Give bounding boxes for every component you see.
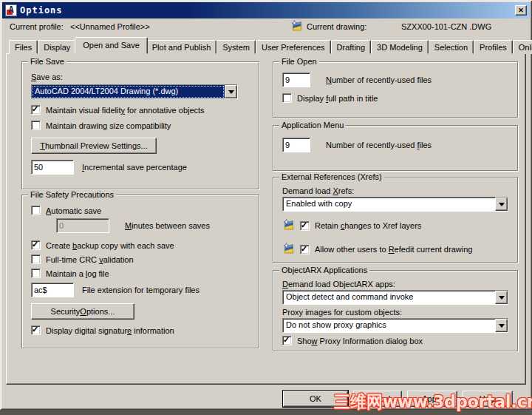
- file-save-group-title: File Save: [28, 57, 66, 66]
- show-proxy-info-label: Show Proxy Information dialog box: [297, 337, 423, 345]
- automatic-save-checkbox[interactable]: [31, 206, 41, 215]
- maintain-drawing-size-checkbox[interactable]: [31, 121, 41, 130]
- demand-load-arx-combo[interactable]: Object detect and command invoke: [282, 290, 508, 305]
- full-path-row: Display full path in title: [282, 93, 508, 103]
- log-file-checkbox[interactable]: [31, 269, 41, 278]
- fidelity-row: Maintain visual fidelity for annotative …: [31, 105, 250, 115]
- demand-load-xrefs-combo[interactable]: Enabled with copy: [282, 197, 508, 212]
- automatic-save-label: Automatic save: [46, 206, 101, 215]
- crc-row: Full-time CRC validation: [31, 254, 250, 264]
- maintain-visual-fidelity-checkbox[interactable]: [31, 105, 41, 115]
- show-proxy-info-checkbox[interactable]: [282, 336, 292, 345]
- digital-signature-checkbox[interactable]: [31, 325, 41, 335]
- tab-strip: FilesDisplayOpen and SavePlot and Publis…: [9, 37, 532, 54]
- objectarx-group: ObjectARX Applications Demand load Objec…: [273, 270, 518, 351]
- current-profile-label: Current profile:: [10, 22, 64, 31]
- recent-files-row: Number of recently-used files: [282, 72, 508, 87]
- tab-3d-modeling[interactable]: 3D Modeling: [371, 40, 429, 54]
- thumbnail-preview-settings-button[interactable]: Thumbnail Preview Settings...: [31, 138, 157, 154]
- app-menu-recent-input[interactable]: [282, 138, 310, 152]
- show-proxy-row: Show Proxy Information dialog box: [282, 336, 508, 345]
- full-path-label: Display full path in title: [297, 94, 378, 103]
- save-as-combo-value: AutoCAD 2004/LT2004 Drawing (*.dwg): [32, 85, 225, 98]
- tab-system[interactable]: System: [216, 40, 256, 54]
- tab-online[interactable]: Online: [513, 40, 532, 54]
- retain-xref-row: Retain changes to Xref layers: [282, 219, 508, 232]
- xrefs-group-title: External References (Xrefs): [279, 172, 384, 181]
- backup-row: Create backup copy with each save: [31, 240, 250, 250]
- allow-refedit-label: Allow other users to Refedit current dra…: [315, 245, 472, 254]
- app-menu-recent-label: Number of recently-used files: [326, 141, 432, 149]
- file-safety-group: File Safety Precautions Automatic save M…: [21, 195, 259, 348]
- current-drawing-label: Current drawing:: [307, 22, 366, 31]
- title-bar: A Options ✕: [2, 2, 530, 18]
- tab-open-and-save[interactable]: Open and Save: [75, 37, 147, 54]
- minutes-row: Minutes between saves: [56, 218, 250, 233]
- profile-row: Current profile: <<Unnamed Profile>> Cur…: [2, 18, 530, 36]
- digital-signature-label: Display digital signature information: [46, 326, 174, 335]
- incremental-save-row: Incremental save percentage: [31, 160, 250, 175]
- options-dialog: A Options ✕ Current profile: <<Unnamed P…: [0, 0, 532, 410]
- security-options-button[interactable]: Security Options...: [31, 303, 134, 320]
- retain-xref-layers-checkbox[interactable]: [300, 221, 310, 231]
- apply-button[interactable]: Apply: [407, 391, 457, 407]
- autocad-app-icon: A: [5, 4, 17, 16]
- app-menu-recent-row: Number of recently-used files: [282, 138, 508, 152]
- current-drawing-value: SZXX00-101-CZN .DWG: [401, 22, 491, 31]
- temp-file-extension-label: File extension for temporary files: [82, 286, 200, 294]
- tab-files[interactable]: Files: [9, 40, 38, 54]
- file-open-group: File Open Number of recently-used files …: [273, 61, 518, 118]
- open-and-save-page: File Save Save as: AutoCAD 2004/LT2004 D…: [6, 53, 526, 385]
- demand-load-arx-value: Object detect and command invoke: [283, 291, 495, 304]
- incremental-save-input[interactable]: [31, 160, 74, 175]
- automatic-save-row: Automatic save: [31, 206, 250, 215]
- close-button[interactable]: ✕: [515, 5, 527, 16]
- crc-validation-label: Full-time CRC validation: [46, 255, 134, 264]
- drawing-icon: [282, 219, 295, 232]
- size-compat-row: Maintain drawing size compatibility: [31, 121, 250, 130]
- objectarx-group-title: ObjectARX Applications: [279, 266, 369, 274]
- demand-load-xrefs-label: Demand load Xrefs:: [282, 186, 508, 195]
- allow-refedit-checkbox[interactable]: [300, 245, 310, 254]
- arx-combo-dropdown-button[interactable]: [495, 291, 508, 304]
- maintain-visual-fidelity-label: Maintain visual fidelity for annotative …: [46, 106, 205, 115]
- create-backup-checkbox[interactable]: [31, 240, 41, 250]
- application-menu-group-title: Application Menu: [279, 121, 346, 129]
- maintain-drawing-size-label: Maintain drawing size compatibility: [46, 121, 171, 130]
- recent-files-input[interactable]: [282, 72, 310, 87]
- save-as-combo-dropdown-button[interactable]: [225, 85, 237, 98]
- recent-files-label: Number of recently-used files: [326, 75, 432, 84]
- application-menu-group: Application Menu Number of recently-used…: [273, 125, 518, 171]
- digital-signature-row: Display digital signature information: [31, 325, 250, 335]
- proxy-images-combo[interactable]: Do not show proxy graphics: [282, 318, 508, 333]
- proxy-images-label: Proxy images for custom objects:: [282, 308, 508, 317]
- file-safety-group-title: File Safety Precautions: [28, 190, 116, 199]
- chevron-down-icon: [499, 324, 505, 331]
- tab-drafting[interactable]: Drafting: [331, 40, 372, 54]
- help-button[interactable]: Help: [463, 391, 513, 407]
- proxy-combo-dropdown-button[interactable]: [495, 319, 508, 332]
- ok-button[interactable]: OK: [283, 391, 348, 407]
- demand-load-xrefs-value: Enabled with copy: [283, 198, 495, 211]
- tab-plot-and-publish[interactable]: Plot and Publish: [146, 40, 217, 54]
- crc-validation-checkbox[interactable]: [31, 254, 41, 264]
- demand-load-arx-label: Demand load ObjectARX apps:: [282, 280, 508, 289]
- log-file-label: Maintain a log file: [46, 269, 109, 278]
- tab-display[interactable]: Display: [38, 40, 76, 54]
- full-path-checkbox[interactable]: [282, 93, 292, 103]
- cancel-button[interactable]: Cancel: [353, 391, 402, 407]
- file-save-group: File Save Save as: AutoCAD 2004/LT2004 D…: [21, 61, 259, 189]
- window-title: Options: [20, 5, 63, 16]
- drawing-icon: [282, 243, 295, 256]
- incremental-save-label: Incremental save percentage: [82, 163, 187, 172]
- tab-selection[interactable]: Selection: [429, 40, 474, 54]
- minutes-between-saves-input: [56, 218, 109, 233]
- xrefs-combo-dropdown-button[interactable]: [495, 198, 508, 211]
- save-as-combo[interactable]: AutoCAD 2004/LT2004 Drawing (*.dwg): [31, 84, 238, 99]
- chevron-down-icon: [499, 203, 505, 209]
- xrefs-group: External References (Xrefs) Demand load …: [273, 177, 518, 263]
- tab-user-preferences[interactable]: User Preferences: [256, 40, 331, 54]
- tab-profiles[interactable]: Profiles: [474, 40, 513, 54]
- create-backup-label: Create backup copy with each save: [46, 241, 174, 250]
- temp-file-extension-input[interactable]: [31, 283, 74, 297]
